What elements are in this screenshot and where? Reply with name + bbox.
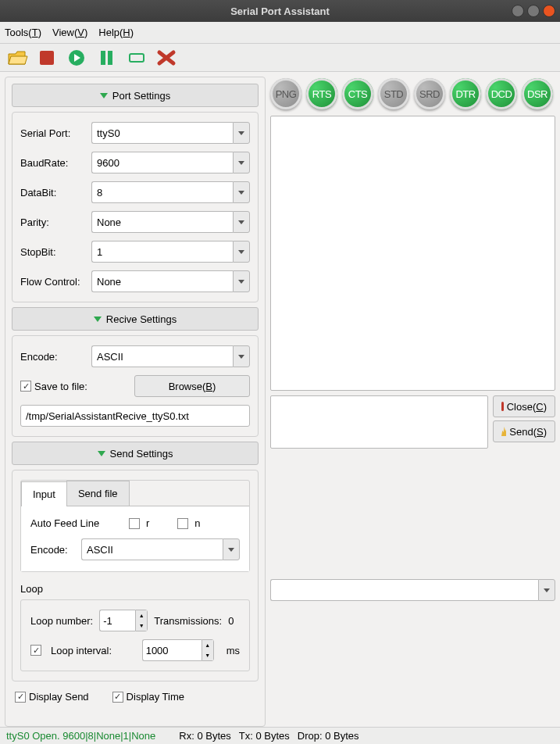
stop-icon[interactable] [37,49,58,66]
send-settings-group: Input Send file Auto Feed Line r n Encod… [12,470,259,681]
toolbar [0,44,560,72]
send-settings-header[interactable]: Send Settings [12,442,259,465]
receive-settings-group: Encode: Save to file: Browse(B) [12,335,259,437]
led-png: PNG [270,78,301,109]
tab-sendfile[interactable]: Send file [66,481,130,506]
window-controls [512,5,555,17]
svg-rect-3 [108,51,112,65]
led-rts: RTS [306,78,337,109]
save-to-file-checkbox[interactable] [20,381,31,392]
svg-rect-2 [101,51,105,65]
content: Port Settings Serial Port: BaudRate: Dat… [0,72,560,727]
transmissions-label: Transmissions: [154,615,222,627]
baudrate-combo[interactable] [91,152,250,173]
menu-help[interactable]: Help(H) [98,27,134,38]
port-settings-group: Serial Port: BaudRate: DataBit: Parity: … [12,112,259,302]
r-checkbox[interactable] [129,518,140,529]
serial-port-label: Serial Port: [20,127,87,139]
led-dsr: DSR [522,78,553,109]
baudrate-label: BaudRate: [20,157,87,169]
close-window-button[interactable] [543,5,555,17]
status-rx: Rx: 0 Bytes [179,730,230,742]
chevron-down-icon [94,317,102,322]
maximize-button[interactable] [527,5,540,17]
led-dtr: DTR [450,78,481,109]
loop-interval-label: Loop interval: [51,645,112,656]
port-settings-header[interactable]: Port Settings [12,84,259,107]
led-std: STD [378,78,409,109]
n-checkbox[interactable] [177,518,188,529]
send-button[interactable]: Send(S) [493,420,555,442]
chevron-down-icon [98,451,105,456]
loop-interval-input[interactable]: ▲▼ [142,639,220,661]
save-to-file-label: Save to file: [20,381,130,392]
display-time-wrap[interactable]: Display Time [112,691,184,703]
delete-icon[interactable] [156,49,177,66]
status-drop: Drop: 0 Bytes [298,730,359,742]
send-encode-label: Encode: [30,544,77,556]
loop-number-label: Loop number: [30,615,93,627]
led-srd: SRD [414,78,445,109]
minimize-button[interactable] [512,5,524,17]
flowcontrol-label: Flow Control: [20,276,87,288]
pause-icon[interactable] [97,49,117,66]
display-options: Display Send Display Time [12,686,259,703]
send-encode-combo[interactable] [81,538,240,560]
databit-combo[interactable] [91,181,250,203]
menu-view[interactable]: View(V) [52,27,87,38]
stopbit-combo[interactable] [91,241,250,263]
flowcontrol-combo[interactable] [91,270,250,292]
right-pane: PNG RTS CTS STD SRD DTR DCD DSR Close(C)… [270,77,555,727]
chip-icon[interactable] [127,49,147,66]
loop-section: Loop Loop number: ▲▼ Transmissions: 0 Lo… [20,583,250,671]
led-row: PNG RTS CTS STD SRD DTR DCD DSR [270,77,555,111]
led-cts: CTS [342,78,373,109]
loop-interval-checkbox[interactable] [30,645,41,656]
window-title: Serial Port Assistant [230,5,330,17]
chevron-down-icon [100,93,108,98]
tab-input[interactable]: Input [21,481,67,506]
loop-number-input[interactable]: ▲▼ [99,610,148,631]
svg-rect-4 [130,54,144,62]
ms-label: ms [226,645,240,656]
databit-label: DataBit: [20,187,87,199]
display-send-wrap[interactable]: Display Send [15,691,89,703]
send-history-combo[interactable] [270,453,555,727]
stopbit-label: StopBit: [20,246,87,258]
auto-feed-line-label: Auto Feed Line [30,517,124,529]
menubar: Tools(T) View(V) Help(H) [0,22,560,44]
send-icon [501,427,506,436]
recv-encode-combo[interactable] [91,345,250,367]
menu-tools[interactable]: Tools(T) [5,27,41,38]
n-checkbox-wrap[interactable]: n [177,517,200,529]
close-button[interactable]: Close(C) [493,395,555,417]
open-icon[interactable] [8,49,28,66]
recv-encode-label: Encode: [20,351,87,363]
display-time-checkbox[interactable] [112,692,123,703]
status-tx: Tx: 0 Bytes [239,730,290,742]
svg-rect-0 [40,51,54,65]
display-send-checkbox[interactable] [15,692,26,703]
titlebar: Serial Port Assistant [0,0,560,22]
receive-settings-header[interactable]: Recive Settings [12,307,259,331]
browse-button[interactable]: Browse(B) [134,375,250,397]
save-path-input[interactable] [20,405,250,427]
play-icon[interactable] [67,49,87,66]
statusbar: ttyS0 Open. 9600|8|None|1|None Rx: 0 Byt… [0,727,560,744]
left-pane: Port Settings Serial Port: BaudRate: Dat… [5,77,266,727]
serial-port-combo[interactable] [91,122,250,144]
log-area[interactable] [270,116,555,391]
send-area: Close(C) Send(S) [270,395,555,449]
status-connection: ttyS0 Open. 9600|8|None|1|None [6,730,155,742]
parity-label: Parity: [20,216,87,228]
send-tabs: Input Send file [21,481,249,506]
transmissions-value: 0 [228,615,234,627]
send-textarea[interactable] [270,395,488,449]
loop-title: Loop [20,583,250,595]
r-checkbox-wrap[interactable]: r [129,517,149,529]
parity-combo[interactable] [91,211,250,233]
led-dcd: DCD [486,78,517,109]
close-icon [501,402,504,411]
